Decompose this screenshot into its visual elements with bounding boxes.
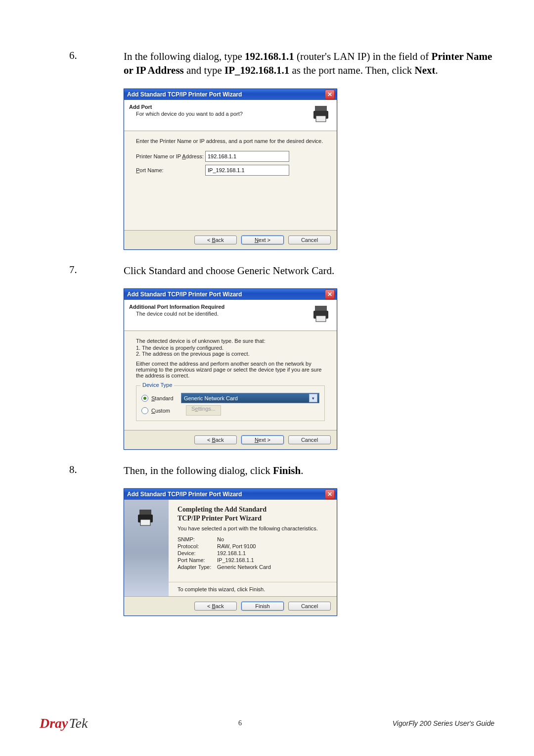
finish-button[interactable]: Finish (241, 602, 284, 611)
step-7-number: 7. (40, 264, 124, 278)
dialog2-title: Add Standard TCP/IP Printer Port Wizard (127, 291, 242, 298)
dialog1-header-title: Add Port (129, 104, 243, 110)
printer-icon (136, 508, 156, 527)
combo-value: Generic Network Card (184, 395, 238, 401)
dialog2-header-title: Additional Port Information Required (129, 304, 224, 310)
draytek-logo: DrayTek (40, 715, 88, 731)
radio-custom-label: Custom (151, 408, 181, 414)
step6-t2: (router's LAN IP) in the field of (294, 50, 432, 62)
d2-para1b: 2. The address on the previous page is c… (136, 351, 325, 357)
next-button[interactable]: Next > (241, 435, 284, 444)
dialog3-sidebar (124, 500, 169, 596)
logo-tek: Tek (69, 715, 88, 731)
dialog2-subheader: Additional Port Information Required The… (124, 300, 337, 331)
step-6-number: 6. (40, 49, 124, 78)
kv-protocol: Protocol:RAW, Port 9100 (178, 543, 329, 549)
step6-t1: In the following dialog, type (124, 50, 245, 62)
step6-b2: IP_192.168.1.1 (224, 64, 289, 76)
dialog3-body: Completing the Add Standard TCP/IP Print… (124, 500, 337, 596)
svg-rect-8 (140, 520, 150, 525)
step-7-text: Click Standard and choose Generic Networ… (124, 264, 334, 278)
dialog2-body: The detected device is of unknown type. … (124, 331, 337, 430)
to-complete-text: To complete this wizard, click Finish. (169, 582, 337, 592)
input-printer-name[interactable] (205, 151, 289, 162)
step8-t2: . (301, 465, 303, 476)
radio-standard[interactable] (141, 395, 148, 402)
dialog1-instr: Enter the Printer Name or IP address, an… (136, 138, 325, 144)
dialog3-titlebar[interactable]: Add Standard TCP/IP Printer Port Wizard … (124, 489, 337, 500)
kv-snmp: SNMP:No (178, 536, 329, 542)
completing-wizard-dialog: Add Standard TCP/IP Printer Port Wizard … (124, 488, 337, 616)
step8-b1: Finish (273, 465, 301, 476)
additional-port-info-dialog: Add Standard TCP/IP Printer Port Wizard … (124, 288, 337, 450)
settings-button: Settings... (186, 405, 221, 416)
step6-t5: . (436, 64, 438, 76)
page-number: 6 (238, 719, 242, 727)
d2-para2: Either correct the address and perform a… (136, 361, 325, 378)
kv-portname: Port Name:IP_192.168.1.1 (178, 557, 329, 563)
chevron-down-icon[interactable]: ▾ (309, 394, 317, 402)
d2-para1a: 1. The device is properly configured. (136, 345, 325, 351)
next-button[interactable]: Next > (241, 236, 284, 244)
cancel-button[interactable]: Cancel (288, 236, 331, 244)
device-type-label: Device Type (140, 382, 174, 388)
radio-standard-label: Standard (151, 395, 181, 401)
completing-intro: You have selected a port with the follow… (178, 525, 329, 531)
completing-heading-1: Completing the Add Standard (178, 506, 329, 514)
dialog1-button-row: < Back Next > Cancel (124, 230, 337, 249)
label-printer-name: Printer Name or IP Address: (136, 153, 205, 159)
step6-b3: Next (415, 64, 436, 76)
back-button[interactable]: < Back (194, 435, 237, 444)
step-6: 6. In the following dialog, type 192.168… (40, 49, 494, 78)
device-type-combo[interactable]: Generic Network Card ▾ (181, 393, 319, 403)
svg-rect-6 (139, 510, 151, 515)
svg-rect-0 (315, 106, 327, 111)
kv-device: Device:192.168.1.1 (178, 550, 329, 556)
printer-icon (312, 304, 332, 324)
printer-icon (312, 104, 332, 124)
d2-para1: The detected device is of unknown type. … (136, 338, 325, 344)
page-footer: DrayTek 6 VigorFly 200 Series User's Gui… (0, 715, 534, 731)
add-port-dialog: Add Standard TCP/IP Printer Port Wizard … (124, 89, 337, 250)
step8-t1: Then, in the following dialog, click (124, 465, 273, 476)
step-7: 7. Click Standard and choose Generic Net… (40, 264, 494, 278)
dialog2-button-row: < Back Next > Cancel (124, 430, 337, 449)
dialog1-body: Enter the Printer Name or IP address, an… (124, 131, 337, 230)
device-type-group: Device Type Standard Generic Network Car… (136, 385, 325, 421)
svg-rect-2 (316, 116, 326, 122)
input-port-name[interactable] (205, 165, 289, 176)
step6-t3: and type (184, 64, 224, 76)
close-icon[interactable]: ✕ (325, 289, 335, 299)
cancel-button[interactable]: Cancel (288, 602, 331, 611)
dialog1-titlebar[interactable]: Add Standard TCP/IP Printer Port Wizard … (124, 89, 337, 100)
step-8: 8. Then, in the following dialog, click … (40, 464, 494, 477)
dialog1-title: Add Standard TCP/IP Printer Port Wizard (127, 91, 242, 98)
dialog3-button-row: < Back Finish Cancel (124, 596, 337, 615)
completing-heading-2: TCP/IP Printer Port Wizard (178, 515, 329, 522)
step-8-number: 8. (40, 464, 124, 477)
back-button[interactable]: < Back (194, 236, 237, 244)
dialog1-header-sub: For which device do you want to add a po… (136, 111, 243, 117)
back-button[interactable]: < Back (194, 602, 237, 611)
dialog3-title: Add Standard TCP/IP Printer Port Wizard (127, 491, 242, 498)
logo-dray: Dray (40, 715, 68, 731)
step-8-text: Then, in the following dialog, click Fin… (124, 464, 303, 477)
dialog2-header-sub: The device could not be identified. (136, 311, 224, 317)
dialog2-titlebar[interactable]: Add Standard TCP/IP Printer Port Wizard … (124, 289, 337, 300)
close-icon[interactable]: ✕ (325, 489, 335, 499)
guide-title: VigorFly 200 Series User's Guide (393, 719, 494, 727)
kv-adapter: Adapter Type:Generic Network Card (178, 564, 329, 570)
dialog1-subheader: Add Port For which device do you want to… (124, 100, 337, 131)
label-port-name: Port Name: (136, 167, 205, 173)
step-6-text: In the following dialog, type 192.168.1.… (124, 49, 494, 78)
svg-rect-5 (316, 316, 326, 322)
step6-ip: 192.168.1.1 (245, 50, 294, 62)
step6-t4: as the port name. Then, click (289, 64, 414, 76)
svg-rect-3 (315, 306, 327, 311)
cancel-button[interactable]: Cancel (288, 435, 331, 444)
radio-custom[interactable] (141, 407, 148, 414)
close-icon[interactable]: ✕ (325, 90, 335, 99)
